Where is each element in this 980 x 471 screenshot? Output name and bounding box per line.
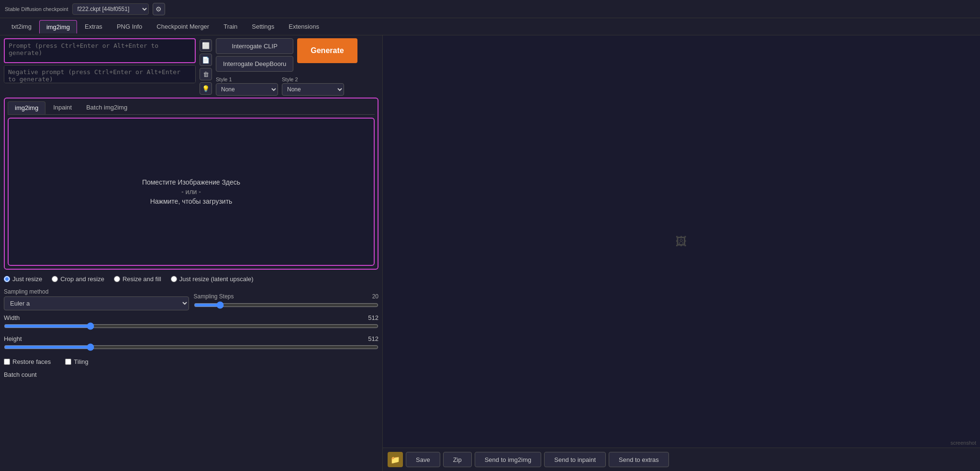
batch-count-label: Batch count: [4, 371, 37, 378]
checkpoint-label: Stable Diffusion checkpoint: [5, 6, 68, 12]
height-slider[interactable]: [4, 343, 379, 351]
trash-icon: 🗑: [203, 71, 209, 78]
extra-button[interactable]: 💡: [200, 82, 212, 95]
tab-img2img[interactable]: img2img: [39, 20, 77, 33]
interrogate-clip-button[interactable]: Interrogate CLIP: [216, 38, 293, 54]
sampling-method-label: Sampling method: [4, 288, 189, 295]
sub-tabs-wrapper: img2img Inpaint Batch img2img: [8, 101, 375, 115]
sampling-steps-label: Sampling Steps: [194, 293, 234, 300]
left-panel: ⬜ 📄 🗑 💡 Interrogate CLIP Interrogate D: [0, 35, 383, 471]
output-toolbar: 📁 Save Zip Send to img2img Send to inpai…: [383, 448, 980, 471]
sub-tab-img2img[interactable]: img2img: [8, 101, 45, 114]
negative-prompt-input[interactable]: [4, 65, 196, 83]
style2-label: Style 2: [282, 77, 344, 82]
main-area: ⬜ 📄 🗑 💡 Interrogate CLIP Interrogate D: [0, 35, 980, 471]
zip-button[interactable]: Zip: [443, 452, 472, 467]
img2img-panel: img2img Inpaint Batch img2img Поместите …: [0, 98, 382, 471]
tab-train[interactable]: Train: [217, 20, 244, 33]
nav-tabs: txt2img img2img Extras PNG Info Checkpoi…: [0, 18, 980, 35]
output-area: 🖼 screenshot: [383, 35, 980, 448]
top-bar: Stable Diffusion checkpoint f222.ckpt [4…: [0, 0, 980, 18]
drop-text-line1: Поместите Изображение Здесь: [142, 178, 240, 186]
paste-icon: ⬜: [202, 42, 210, 49]
prompt-side-buttons: ⬜ 📄 🗑 💡: [200, 38, 212, 96]
watermark-text: screenshot: [950, 440, 976, 446]
img2img-content-border: img2img Inpaint Batch img2img Поместите …: [4, 98, 379, 270]
paste-button[interactable]: ⬜: [200, 39, 212, 52]
style2-column: Style 2 None: [282, 77, 344, 96]
sampling-steps-area: Sampling Steps 20: [194, 293, 379, 310]
generate-button[interactable]: Generate: [297, 38, 357, 63]
tab-extras[interactable]: Extras: [78, 20, 109, 33]
resize-options: Just resize Crop and resize Resize and f…: [4, 274, 379, 285]
checkpoint-select[interactable]: f222.ckpt [44bf0551]: [72, 3, 149, 15]
light-icon: 💡: [202, 85, 210, 92]
send-to-extras-button[interactable]: Send to extras: [609, 452, 669, 467]
image-drop-zone[interactable]: Поместите Изображение Здесь - или - Нажм…: [8, 118, 375, 266]
save-button[interactable]: Save: [406, 452, 440, 467]
batch-count-area: Batch count: [4, 371, 379, 378]
resize-latent-upscale[interactable]: Just resize (latent upscale): [171, 275, 254, 283]
resize-crop-resize[interactable]: Crop and resize: [52, 275, 104, 283]
drop-text-line3: Нажмите, чтобы загрузить: [150, 197, 233, 205]
sampling-method-area: Sampling method Euler a: [4, 288, 189, 310]
sampling-steps-slider[interactable]: [194, 301, 379, 309]
sub-tabs: img2img Inpaint Batch img2img: [8, 101, 375, 115]
sampling-steps-value: 20: [372, 293, 379, 300]
sampling-method-select[interactable]: Euler a: [4, 296, 189, 310]
sub-tab-inpaint[interactable]: Inpaint: [46, 101, 78, 114]
style-row: Style 1 None Style 2 None: [216, 75, 379, 96]
settings-button[interactable]: ⚙: [153, 3, 165, 15]
folder-icon: 📁: [390, 455, 400, 464]
restore-faces-option[interactable]: Restore faces: [4, 358, 51, 365]
width-area: Width 512: [4, 314, 379, 331]
gen-interrogate-row: Interrogate CLIP Interrogate DeepBooru G…: [216, 38, 379, 72]
copy-button[interactable]: 📄: [200, 54, 212, 66]
style2-select[interactable]: None: [282, 83, 344, 96]
gear-icon: ⚙: [156, 5, 162, 13]
resize-resize-fill[interactable]: Resize and fill: [114, 275, 161, 283]
send-to-img2img-button[interactable]: Send to img2img: [475, 452, 542, 467]
tab-merger[interactable]: Checkpoint Merger: [150, 20, 216, 33]
width-value: 512: [368, 314, 379, 321]
height-area: Height 512: [4, 335, 379, 352]
tab-settings[interactable]: Settings: [245, 20, 281, 33]
prompt-input[interactable]: [4, 38, 196, 63]
resize-just-resize[interactable]: Just resize: [4, 275, 42, 283]
height-value: 512: [368, 335, 379, 342]
interrogate-deepbooru-button[interactable]: Interrogate DeepBooru: [216, 56, 293, 72]
copy-icon: 📄: [202, 56, 210, 64]
open-folder-button[interactable]: 📁: [388, 452, 403, 467]
clear-button[interactable]: 🗑: [200, 68, 212, 80]
height-label: Height: [4, 335, 22, 342]
right-buttons-area: Interrogate CLIP Interrogate DeepBooru G…: [216, 38, 379, 96]
right-panel: 🖼 screenshot 📁 Save Zip Send to img2img …: [383, 35, 980, 471]
send-to-inpaint-button[interactable]: Send to inpaint: [544, 452, 606, 467]
style1-column: Style 1 None: [216, 77, 278, 96]
width-label: Width: [4, 314, 20, 321]
top-controls: ⬜ 📄 🗑 💡 Interrogate CLIP Interrogate D: [0, 35, 382, 98]
style1-label: Style 1: [216, 77, 278, 82]
prompt-inputs: [4, 38, 196, 96]
style1-select[interactable]: None: [216, 83, 278, 96]
tab-pnginfo[interactable]: PNG Info: [110, 20, 149, 33]
sampling-row: Sampling method Euler a Sampling Steps 2…: [4, 288, 379, 310]
width-slider[interactable]: [4, 322, 379, 330]
sub-tab-batch[interactable]: Batch img2img: [79, 101, 134, 114]
interrogate-buttons: Interrogate CLIP Interrogate DeepBooru: [216, 38, 293, 72]
output-placeholder-icon: 🖼: [676, 235, 687, 248]
tiling-option[interactable]: Tiling: [65, 358, 89, 365]
checkbox-row: Restore faces Tiling: [4, 356, 379, 367]
tab-txt2img[interactable]: txt2img: [5, 20, 38, 33]
drop-text-or: - или -: [181, 188, 201, 196]
tab-extensions[interactable]: Extensions: [282, 20, 326, 33]
